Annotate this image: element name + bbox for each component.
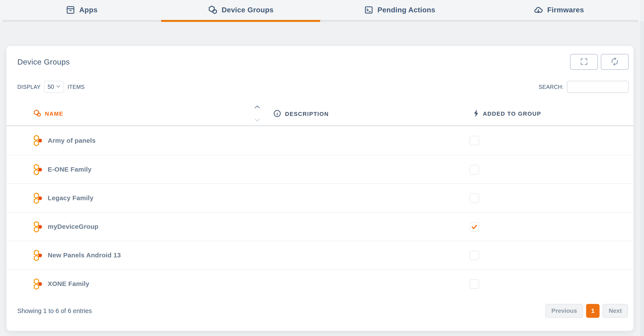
page-size-control: DISPLAY 50 ITEMS	[17, 81, 84, 93]
search-label: SEARCH:	[538, 84, 564, 90]
added-to-group-checkbox[interactable]	[470, 222, 479, 232]
device-group-row-icon	[33, 249, 42, 262]
page-scrollbar[interactable]	[640, 21, 644, 336]
tab-label: Pending Actions	[378, 6, 435, 14]
device-group-row-icon	[33, 278, 42, 291]
next-page-button[interactable]: Next	[602, 304, 628, 318]
column-header-description: DESCRIPTION	[273, 109, 329, 119]
page-size-select[interactable]: 50	[44, 81, 64, 93]
info-icon	[273, 109, 282, 119]
sort-asc-icon[interactable]	[254, 105, 260, 110]
fullscreen-icon	[579, 57, 588, 67]
table-row[interactable]: XONE Family	[6, 269, 633, 298]
table-body: Army of panels E-ONE Family	[6, 126, 633, 298]
table-row[interactable]: New Panels Android 13	[6, 241, 633, 269]
device-groups-panel: Device Groups	[6, 46, 633, 331]
fullscreen-button[interactable]	[570, 54, 598, 70]
added-to-group-checkbox[interactable]	[470, 251, 479, 260]
search-control: SEARCH:	[538, 81, 628, 93]
table-footer: Showing 1 to 6 of 6 entries Previous 1 N…	[17, 304, 628, 318]
refresh-button[interactable]	[601, 54, 628, 70]
device-group-row-icon	[33, 164, 42, 176]
added-to-group-checkbox[interactable]	[470, 165, 479, 174]
device-group-row-icon	[33, 192, 42, 205]
device-group-icon	[33, 109, 42, 118]
tab-pending-actions[interactable]: Pending Actions	[320, 0, 479, 22]
page-title: Device Groups	[17, 58, 70, 66]
panel-header: Device Groups	[17, 52, 628, 72]
chevron-down-icon	[56, 85, 60, 89]
table-row[interactable]: E-ONE Family	[6, 155, 633, 183]
panel-toolbar	[570, 54, 628, 70]
device-group-row-icon	[33, 135, 42, 148]
sort-control[interactable]	[253, 105, 261, 123]
cloud-download-icon	[534, 5, 543, 15]
column-label: DESCRIPTION	[285, 111, 329, 117]
group-name: Army of panels	[48, 126, 96, 155]
table-row[interactable]: myDeviceGroup	[6, 212, 633, 241]
column-header-added-to-group: ADDED TO GROUP	[473, 109, 541, 118]
terminal-icon	[364, 5, 374, 15]
column-header-name[interactable]: NAME	[33, 109, 63, 118]
display-label: DISPLAY	[17, 84, 40, 90]
added-to-group-checkbox[interactable]	[470, 193, 479, 203]
previous-page-button[interactable]: Previous	[545, 304, 583, 318]
archive-box-icon	[66, 5, 75, 15]
group-name: myDeviceGroup	[48, 212, 98, 241]
tab-label: Apps	[79, 6, 98, 14]
items-label: ITEMS	[68, 84, 84, 90]
table-row[interactable]: Legacy Family	[6, 183, 633, 212]
device-group-icon	[208, 5, 218, 15]
refresh-icon	[610, 57, 620, 67]
group-name: XONE Family	[48, 270, 89, 298]
table-row[interactable]: Army of panels	[6, 126, 633, 155]
tab-label: Device Groups	[222, 6, 274, 14]
top-tab-bar: Apps Device Groups Pending Actions	[0, 0, 640, 22]
added-to-group-checkbox[interactable]	[470, 279, 479, 289]
tab-apps[interactable]: Apps	[2, 0, 161, 22]
table-controls: DISPLAY 50 ITEMS SEARCH:	[17, 81, 628, 93]
tab-label: Firmwares	[547, 6, 584, 14]
column-label: ADDED TO GROUP	[483, 111, 541, 117]
sort-desc-icon[interactable]	[254, 118, 260, 123]
page-number-button[interactable]: 1	[586, 304, 600, 318]
pagination: Previous 1 Next	[545, 304, 628, 318]
bolt-icon	[473, 109, 479, 118]
added-to-group-checkbox[interactable]	[470, 136, 479, 145]
device-groups-table: NAME	[6, 101, 633, 298]
tab-firmwares[interactable]: Firmwares	[479, 0, 638, 22]
table-header-row: NAME	[6, 101, 633, 126]
column-label: NAME	[45, 111, 63, 117]
group-name: New Panels Android 13	[48, 241, 121, 269]
tab-device-groups[interactable]: Device Groups	[161, 0, 320, 22]
group-name: E-ONE Family	[48, 155, 92, 183]
entries-summary: Showing 1 to 6 of 6 entries	[17, 307, 92, 315]
device-group-row-icon	[33, 221, 42, 234]
group-name: Legacy Family	[48, 184, 94, 212]
search-input[interactable]	[567, 81, 628, 93]
page-size-value: 50	[48, 84, 54, 90]
